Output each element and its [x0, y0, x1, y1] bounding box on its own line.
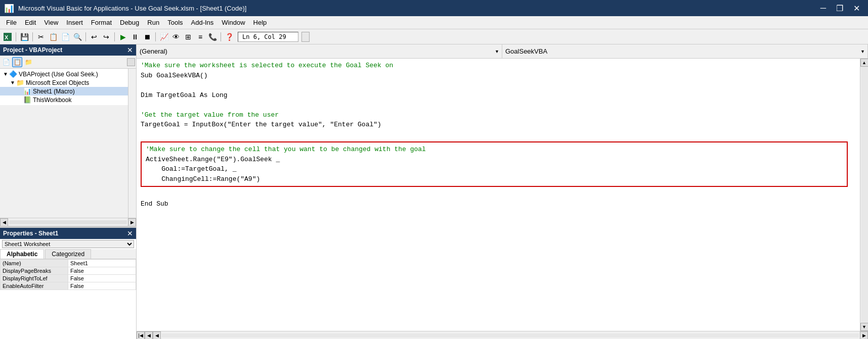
toolbar-immediate-button[interactable]: ⊞ [183, 31, 194, 42]
excel-objects-label: Microsoft Excel Objects [26, 79, 89, 86]
code-area[interactable]: 'Make sure the worksheet is selected to … [137, 59, 860, 331]
toolbar-run-button[interactable]: ▶ [117, 31, 128, 42]
properties-content: Sheet1 Worksheet Alphabetic Categorized … [0, 239, 136, 339]
hscroll-right-btn-editor[interactable]: ▶ [860, 331, 868, 340]
toggle-folders-button[interactable]: 📁 [23, 57, 33, 67]
project-icon: 🔷 [9, 70, 17, 78]
toolbar-locals-button[interactable]: ≡ [195, 31, 206, 42]
tree-item-vbaproject[interactable]: ▼ 🔷 VBAProject (Use Goal Seek.) [0, 70, 128, 78]
menu-addins[interactable]: Add-Ins [187, 18, 218, 27]
hscroll-left-btn[interactable]: ◀ [0, 218, 8, 226]
toolbar-watch-button[interactable]: 👁 [170, 31, 182, 42]
prop-name: (Name) [1, 260, 68, 267]
code-comment: 'Get the target value from the user [141, 110, 856, 120]
expand-icon-objects[interactable]: ▼ [9, 80, 16, 85]
prop-value[interactable]: False [68, 267, 136, 275]
menu-file[interactable]: File [2, 18, 21, 27]
vscroll-track[interactable] [861, 67, 868, 323]
view-code-button[interactable]: 📄 [1, 57, 11, 67]
prop-value[interactable]: False [68, 275, 136, 282]
vscroll-up-btn[interactable]: ▲ [860, 59, 869, 67]
toolbar-find-button[interactable]: 🔍 [72, 31, 83, 42]
bottom-scroll: |◀ ◀ ◀ ▶ [137, 331, 868, 339]
hscroll-left-btn-editor[interactable]: ◀ [153, 331, 161, 340]
toolbar-copy-button[interactable]: 📋 [48, 31, 59, 42]
toolbar-excel-icon[interactable]: X [2, 31, 13, 42]
toolbar-undo-button[interactable]: ↩ [89, 31, 100, 42]
tree-item-sheet1[interactable]: 📊 Sheet1 (Macro) [0, 87, 128, 95]
toolbar-stop-button[interactable]: ⏹ [142, 31, 153, 42]
toolbar-chart-button[interactable]: 📈 [158, 31, 169, 42]
toolbar-separator-6 [221, 32, 221, 41]
workbook-icon: 📗 [23, 96, 31, 104]
project-panel-title: Project - VBAProject [3, 46, 62, 54]
highlighted-code-block: 'Make sure to change the cell that you w… [141, 141, 848, 187]
toolbar-save-button[interactable]: 💾 [19, 31, 30, 42]
folder-icon: 📁 [16, 79, 24, 86]
tree-item-thisworkbook[interactable]: 📗 ThisWorkbook [0, 95, 128, 104]
project-hscroll: ◀ ▶ [0, 218, 136, 226]
menu-edit[interactable]: Edit [21, 18, 40, 27]
vscroll-down-btn[interactable]: ▼ [860, 323, 869, 331]
menu-format[interactable]: Format [87, 18, 116, 27]
vbaproject-label: VBAProject (Use Goal Seek.) [19, 71, 98, 78]
menu-run[interactable]: Run [143, 18, 163, 27]
editor-hscroll-track[interactable] [162, 333, 859, 337]
expand-icon[interactable]: ▼ [2, 71, 9, 77]
toolbar-help-button[interactable]: ❓ [224, 31, 235, 42]
project-tree-list: ▼ 🔷 VBAProject (Use Goal Seek.) ▼ 📁 Micr… [0, 69, 128, 105]
blank-line [141, 189, 856, 199]
restore-button[interactable]: ❐ [832, 3, 847, 14]
prop-value[interactable]: False [68, 282, 136, 290]
project-scroll-area: ▼ 🔷 VBAProject (Use Goal Seek.) ▼ 📁 Micr… [0, 69, 136, 218]
blank-line [141, 130, 856, 140]
toolbar-pause-button[interactable]: ⏸ [129, 31, 141, 42]
tab-arrow-prev[interactable]: ◀ [145, 331, 153, 339]
props-object-select[interactable]: Sheet1 Worksheet [2, 240, 134, 248]
view-object-button[interactable]: 📋 [12, 57, 22, 67]
tab-categorized[interactable]: Categorized [45, 249, 91, 259]
thisworkbook-label: ThisWorkbook [33, 96, 71, 104]
props-tabs: Alphabetic Categorized [0, 249, 136, 259]
prop-name: DisplayPageBreaks [1, 267, 68, 275]
project-vscroll[interactable] [128, 69, 136, 218]
menu-window[interactable]: Window [218, 18, 249, 27]
code-statement: Dim TargetGoal As Long [141, 90, 856, 101]
menu-tools[interactable]: Tools [163, 18, 187, 27]
tree-item-excel-objects[interactable]: ▼ 📁 Microsoft Excel Objects [0, 78, 128, 87]
bottom-scroll-right: ◀ ▶ [153, 331, 868, 339]
tab-alphabetic[interactable]: Alphabetic [0, 249, 44, 259]
toolbar: X 💾 ✂ 📋 📄 🔍 ↩ ↪ ▶ ⏸ ⏹ 📈 👁 ⊞ ≡ 📞 ❓ Ln 6, … [0, 29, 868, 44]
menu-debug[interactable]: Debug [116, 18, 143, 27]
procedure-dropdown[interactable]: GoalSeekVBA [502, 44, 868, 58]
project-panel-close[interactable]: ✕ [127, 46, 133, 54]
tab-arrow-first[interactable]: |◀ [137, 331, 145, 339]
title-bar-controls: ─ ❐ ✕ [816, 3, 864, 14]
close-button[interactable]: ✕ [849, 3, 864, 14]
menu-bar: File Edit View Insert Format Debug Run T… [0, 16, 868, 29]
panel-scroll-indicator [127, 58, 135, 66]
toolbar-separator-5 [155, 32, 156, 41]
properties-panel-close[interactable]: ✕ [127, 229, 133, 237]
props-row: (Name)Sheet1 [1, 260, 136, 267]
menu-help[interactable]: Help [249, 18, 271, 27]
hscroll-right-btn[interactable]: ▶ [128, 218, 136, 226]
toolbar-cut-button[interactable]: ✂ [35, 31, 47, 42]
toolbar-scroll[interactable] [301, 32, 310, 42]
blank-line [141, 100, 856, 110]
menu-insert[interactable]: Insert [62, 18, 87, 27]
code-statement: End Sub [141, 199, 856, 209]
toolbar-separator-2 [32, 32, 33, 41]
menu-view[interactable]: View [40, 18, 62, 27]
toolbar-calls-button[interactable]: 📞 [207, 31, 218, 42]
toolbar-paste-button[interactable]: 📄 [60, 31, 71, 42]
hscroll-track[interactable] [9, 220, 127, 224]
props-select-row: Sheet1 Worksheet [0, 239, 136, 249]
general-dropdown[interactable]: (General) [137, 44, 502, 58]
toolbar-redo-button[interactable]: ↪ [101, 31, 112, 42]
minimize-button[interactable]: ─ [816, 3, 830, 14]
cursor-position: Ln 6, Col 29 [238, 32, 298, 42]
prop-value[interactable]: Sheet1 [68, 260, 136, 267]
project-panel-header: Project - VBAProject ✕ [0, 44, 136, 56]
editor-dropdowns: (General) GoalSeekVBA [137, 44, 868, 59]
